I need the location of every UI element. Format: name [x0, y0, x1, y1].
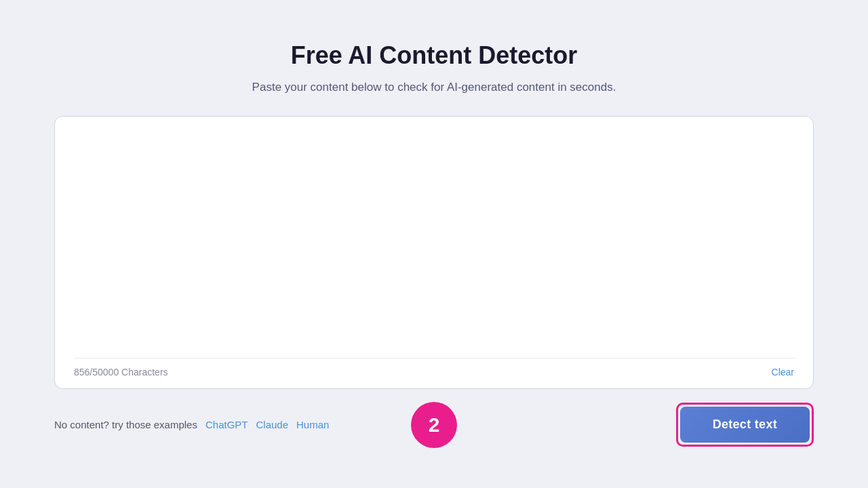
char-count: 856/50000 Characters	[74, 367, 168, 378]
page-subtitle: Paste your content below to check for AI…	[252, 81, 616, 94]
textarea-footer: 856/50000 Characters Clear	[74, 358, 794, 378]
no-content-label: No content? try those examples	[54, 419, 197, 430]
example-chatgpt-link[interactable]: ChatGPT	[205, 419, 248, 430]
example-human-link[interactable]: Human	[296, 419, 329, 430]
bottom-bar: No content? try those examples ChatGPT C…	[54, 403, 814, 447]
textarea-container: 856/50000 Characters Clear	[54, 116, 814, 389]
detect-text-button[interactable]: Detect text	[680, 407, 810, 443]
content-textarea[interactable]	[74, 133, 794, 350]
step-badge: 2	[411, 402, 457, 448]
clear-button[interactable]: Clear	[772, 367, 794, 378]
example-claude-link[interactable]: Claude	[256, 419, 288, 430]
examples-section: No content? try those examples ChatGPT C…	[54, 419, 329, 430]
detect-button-wrapper: Detect text	[676, 403, 814, 447]
main-container: Free AI Content Detector Paste your cont…	[27, 41, 841, 447]
page-title: Free AI Content Detector	[291, 41, 578, 70]
